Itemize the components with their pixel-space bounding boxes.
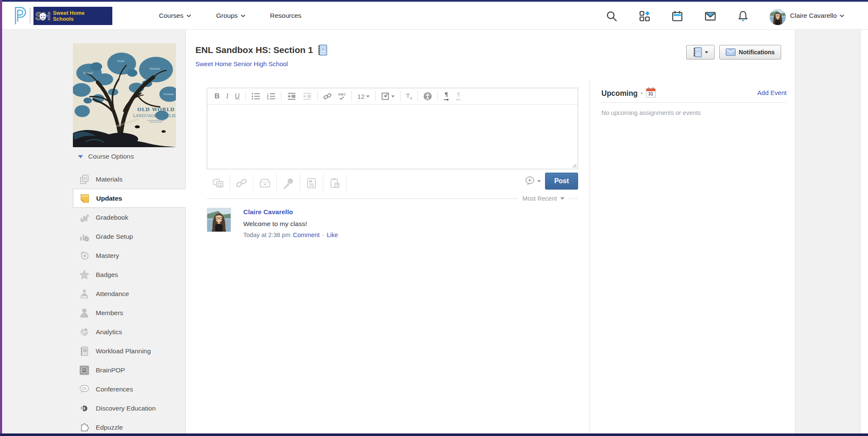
right-to-left-button[interactable]: ¶ [456, 92, 462, 101]
sidebar-item-conferences[interactable]: Conferences [73, 380, 186, 399]
poll-icon[interactable] [300, 175, 323, 192]
sidebar-item-brainpop[interactable]: BrainPOP [73, 361, 186, 380]
edpuzzle-icon [79, 422, 90, 433]
left-to-right-button[interactable]: ¶ [443, 92, 449, 101]
sidebar-item-workload-planning[interactable]: Workload Planning [73, 341, 186, 361]
nav-groups[interactable]: Groups [216, 2, 245, 30]
top-navbar: SH Sweet Home Schools Courses Groups Res… [2, 2, 868, 30]
upcoming-calendar-icon[interactable]: 31 [646, 88, 656, 98]
course-options-label: Course Options [88, 153, 134, 160]
envelope-icon [726, 48, 736, 56]
comment-plus-icon [525, 176, 536, 186]
sidebar-item-label: Workload Planning [96, 347, 151, 355]
app-launcher-icon[interactable] [639, 11, 652, 23]
comment-link[interactable]: Comment [293, 232, 320, 238]
course-options-dropdown[interactable]: Course Options [78, 152, 134, 161]
sidebar-item-badges[interactable]: Badges [73, 265, 186, 284]
powerschool-logo-icon[interactable] [12, 6, 28, 25]
sidebar-item-label: Updates [96, 195, 122, 202]
bullet-list-button[interactable] [251, 92, 260, 100]
sidebar-item-members[interactable]: Members [73, 303, 186, 322]
user-menu[interactable]: Claire Cavarello [790, 2, 844, 30]
spellcheck-button[interactable]: ABC [338, 93, 346, 100]
record-audio-icon[interactable] [277, 175, 300, 192]
nav-courses[interactable]: Courses [159, 2, 191, 30]
post-author-link[interactable]: Claire Cavarello [243, 208, 293, 216]
sidebar-item-label: Materials [96, 176, 122, 183]
caret-down-icon[interactable] [560, 197, 565, 200]
content-divider [590, 79, 590, 433]
school-link[interactable]: Sweet Home Senior High School [195, 60, 288, 67]
logo-divider [30, 8, 31, 24]
post-button[interactable]: Post [545, 173, 578, 190]
course-title-text: ENL Sandbox HS: Section 1 [195, 45, 313, 55]
nav-groups-label: Groups [216, 12, 238, 20]
post-author-avatar[interactable] [207, 208, 231, 232]
underline-button[interactable]: U [235, 92, 240, 100]
sidebar-item-mastery[interactable]: Mastery [73, 246, 186, 265]
bold-button[interactable]: B [214, 92, 220, 101]
sidebar-item-materials[interactable]: Materials [73, 170, 186, 189]
post-options-button[interactable] [525, 176, 541, 186]
language-label: Hindi [117, 59, 125, 62]
materials-icon [79, 174, 90, 185]
indent-button[interactable] [287, 92, 296, 100]
user-avatar[interactable] [770, 9, 786, 25]
divider [601, 102, 787, 103]
insert-media-icon[interactable] [207, 175, 230, 192]
font-size-select[interactable]: 12 [357, 93, 370, 100]
notifications-bell-icon[interactable] [737, 11, 750, 23]
course-view-dropdown-button[interactable] [686, 45, 715, 59]
window-frame-left [0, 0, 2, 436]
chevron-down-icon [840, 14, 844, 17]
school-name-line2: Schools [53, 16, 84, 22]
insert-content-button[interactable] [381, 92, 395, 101]
course-image-title1: OLD WORLD [137, 107, 175, 112]
workload-planning-icon [79, 346, 90, 357]
calendar-icon[interactable] [672, 11, 684, 23]
upcoming-empty-message: No upcoming assignments or events [601, 109, 787, 116]
sidebar-item-label: Badges [96, 271, 118, 279]
course-notebook-icon [317, 44, 327, 56]
sidebar-item-updates[interactable]: Updates [73, 189, 186, 208]
resources-icon[interactable] [253, 175, 277, 192]
mastery-icon [79, 250, 90, 261]
nav-resources[interactable]: Resources [270, 2, 301, 30]
resize-handle[interactable] [572, 163, 577, 168]
accessibility-checker-button[interactable] [423, 92, 432, 101]
schoology-course-page: { "header": { "brand": { "school_name_li… [0, 0, 868, 436]
sidebar-item-grade-setup[interactable]: Grade Setup [73, 227, 186, 246]
divider [207, 198, 518, 199]
copy-paste-icon[interactable] [323, 175, 347, 192]
sort-dropdown[interactable]: Most Recent [523, 195, 557, 202]
sidebar-item-analytics[interactable]: Analytics [73, 322, 186, 341]
divider [569, 198, 578, 199]
school-logo[interactable]: SH Sweet Home Schools [33, 7, 112, 25]
caret-down-icon [705, 51, 708, 53]
sidebar-item-discovery-education[interactable]: Discovery Education [73, 399, 186, 418]
badges-icon [79, 269, 90, 280]
sidebar-item-label: Edpuzzle [96, 424, 123, 431]
numbered-list-button[interactable] [267, 92, 275, 100]
messages-icon[interactable] [705, 11, 718, 23]
insert-link-button[interactable] [323, 92, 332, 100]
sidebar-item-gradebook[interactable]: Gradebook [73, 208, 186, 227]
attach-link-icon[interactable] [230, 175, 253, 192]
window-frame-top [0, 0, 868, 2]
sidebar-item-label: Discovery Education [96, 405, 156, 412]
add-event-link[interactable]: Add Event [757, 89, 787, 96]
sidebar-item-attendance[interactable]: Attendance [73, 284, 186, 303]
outdent-button[interactable] [303, 92, 312, 100]
search-icon[interactable] [606, 11, 619, 23]
sidebar-item-label: Analytics [96, 328, 122, 336]
like-link[interactable]: Like [327, 232, 338, 238]
italic-button[interactable]: I [226, 92, 228, 101]
school-name-line1: Sweet Home [53, 10, 84, 16]
update-editor-input[interactable] [207, 104, 578, 169]
notifications-button[interactable]: Notifications [719, 45, 781, 59]
brainpop-icon [79, 365, 90, 376]
sidebar-item-label: Mastery [96, 252, 119, 260]
scrollbar[interactable] [860, 30, 868, 433]
remove-formatting-button[interactable]: Tx [406, 92, 412, 101]
school-crest-icon: SH [34, 8, 51, 24]
